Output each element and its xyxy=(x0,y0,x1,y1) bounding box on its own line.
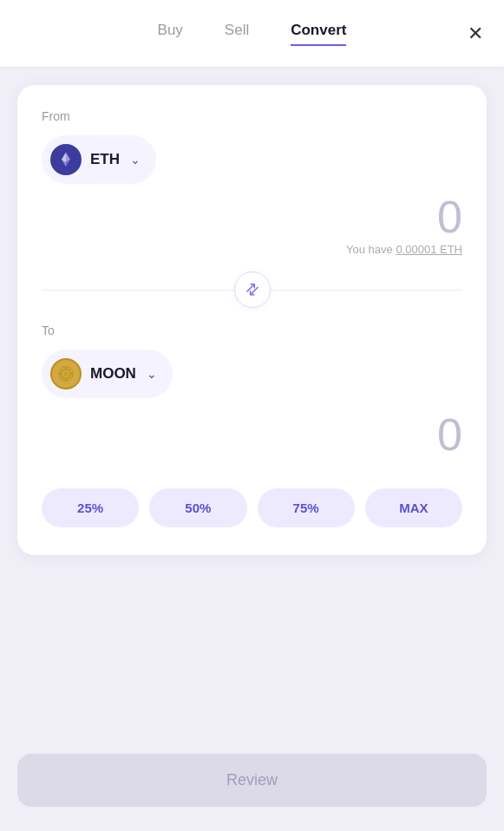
moon-icon xyxy=(50,358,82,389)
percentage-buttons: 25% 50% 75% MAX xyxy=(42,488,462,527)
svg-point-6 xyxy=(63,371,69,376)
from-label: From xyxy=(42,109,462,123)
pct-50-button[interactable]: 50% xyxy=(149,488,246,527)
close-button[interactable]: ✕ xyxy=(468,24,483,43)
convert-card: From ETH ⌄ 0 You have 0.00001 ETH xyxy=(17,85,487,555)
tab-convert[interactable]: Convert xyxy=(291,22,346,46)
to-currency-name: MOON xyxy=(90,365,136,383)
pct-75-button[interactable]: 75% xyxy=(258,488,355,527)
to-chevron-icon: ⌄ xyxy=(147,367,157,381)
review-button[interactable]: Review xyxy=(17,754,487,807)
eth-icon xyxy=(50,144,82,175)
tab-sell[interactable]: Sell xyxy=(225,22,249,46)
main-content: From ETH ⌄ 0 You have 0.00001 ETH xyxy=(0,68,504,736)
tab-list: Buy Sell Convert xyxy=(158,22,347,46)
balance-prefix: You have xyxy=(346,243,396,256)
swap-divider: ⇅ xyxy=(42,272,462,308)
to-section: To MOON ⌄ 0 xyxy=(42,324,462,457)
from-currency-selector[interactable]: ETH ⌄ xyxy=(42,135,156,184)
pct-max-button[interactable]: MAX xyxy=(365,488,462,527)
balance-value[interactable]: 0.00001 ETH xyxy=(396,243,462,256)
tab-buy[interactable]: Buy xyxy=(158,22,183,46)
bottom-bar: Review xyxy=(0,736,504,831)
from-chevron-icon: ⌄ xyxy=(130,153,141,167)
to-currency-selector[interactable]: MOON ⌄ xyxy=(42,350,173,398)
to-label: To xyxy=(42,324,462,337)
swap-arrows-icon: ⇅ xyxy=(242,279,262,299)
swap-button[interactable]: ⇅ xyxy=(234,272,271,308)
from-currency-name: ETH xyxy=(90,151,120,168)
svg-marker-3 xyxy=(62,153,66,163)
tab-bar: Buy Sell Convert ✕ xyxy=(0,0,504,68)
pct-25-button[interactable]: 25% xyxy=(42,488,139,527)
balance-text: You have 0.00001 ETH xyxy=(42,243,462,256)
from-amount: 0 xyxy=(42,194,462,239)
to-amount: 0 xyxy=(42,412,462,457)
from-section: From ETH ⌄ 0 You have 0.00001 ETH xyxy=(42,109,462,256)
